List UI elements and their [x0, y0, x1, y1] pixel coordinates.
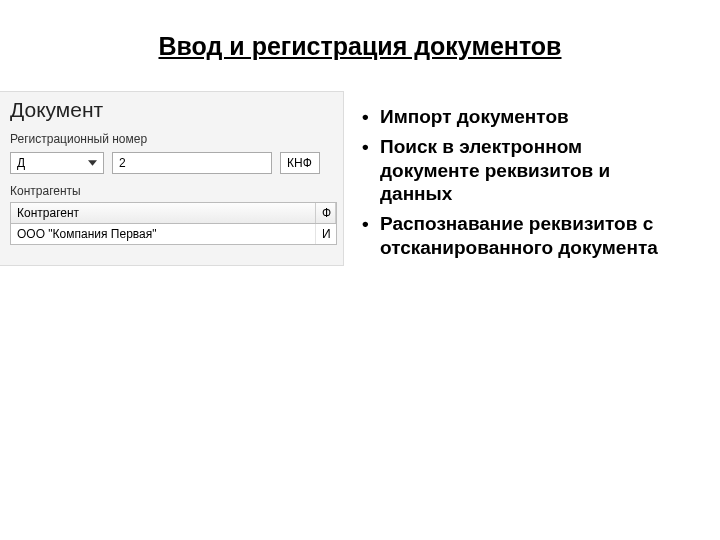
grid-cell-counterparty: ООО "Компания Первая": [11, 224, 316, 244]
registration-number-row: Д 2 КНФ: [10, 152, 337, 174]
doc-suffix-value: КНФ: [287, 156, 312, 170]
doc-number-input[interactable]: 2: [112, 152, 272, 174]
doc-type-combo[interactable]: Д: [10, 152, 104, 174]
doc-suffix-input[interactable]: КНФ: [280, 152, 320, 174]
doc-type-combo-value: Д: [17, 156, 85, 170]
list-item: Поиск в электронном документе реквизитов…: [358, 135, 676, 206]
content-row: Документ Регистрационный номер Д 2 КНФ К…: [0, 85, 720, 266]
grid-cell-side: И: [316, 224, 336, 244]
chevron-down-icon: [85, 156, 99, 170]
document-panel: Документ Регистрационный номер Д 2 КНФ К…: [0, 91, 344, 266]
grid-header: Контрагент Ф: [11, 203, 336, 224]
registration-number-label: Регистрационный номер: [10, 132, 337, 146]
bullet-list: Импорт документов Поиск в электронном до…: [358, 105, 676, 260]
counterparties-label: Контрагенты: [10, 184, 337, 198]
doc-number-value: 2: [119, 156, 126, 170]
list-item: Импорт документов: [358, 105, 676, 129]
list-item: Распознавание реквизитов с отсканированн…: [358, 212, 676, 260]
panel-heading: Документ: [10, 98, 337, 122]
bullet-column: Импорт документов Поиск в электронном до…: [358, 85, 720, 266]
counterparties-grid[interactable]: Контрагент Ф ООО "Компания Первая" И: [10, 202, 337, 245]
grid-header-side[interactable]: Ф: [316, 203, 336, 223]
grid-header-counterparty[interactable]: Контрагент: [11, 203, 316, 223]
table-row[interactable]: ООО "Компания Первая" И: [11, 224, 336, 244]
slide-title: Ввод и регистрация документов: [0, 0, 720, 85]
